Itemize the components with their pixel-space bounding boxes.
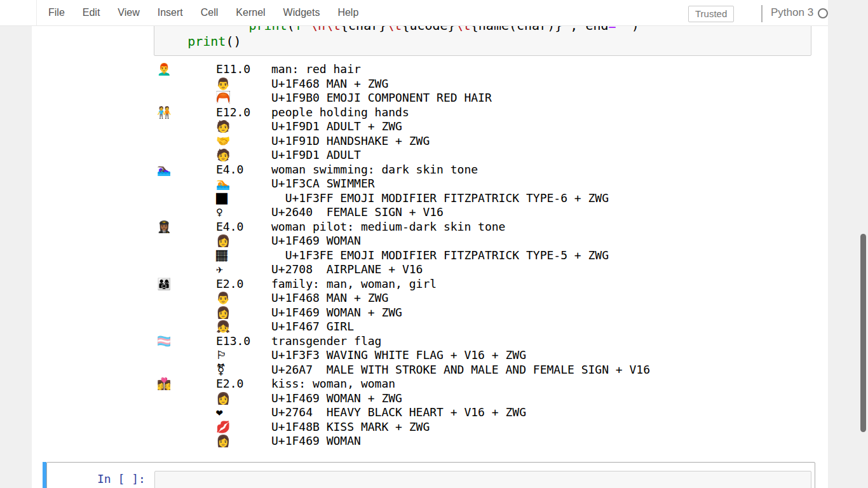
output-line: 👩U+1F469 WOMAN + ZWG — [157, 391, 792, 406]
output-col2: E4.0 — [216, 163, 243, 177]
output-emoji: 👩‍❤️‍💋‍👩 — [157, 377, 171, 391]
output-line: 👨U+1F468 MAN + ZWG — [157, 291, 792, 306]
output-line: 👨‍🦰E11.0man: red hair — [157, 62, 792, 77]
output-line: 🧑U+1F9D1 ADULT + ZWG — [157, 119, 792, 134]
output-text: U+1F467 GIRL — [271, 320, 354, 334]
output-col2: ⚧ — [216, 363, 226, 377]
kernel-idle-icon — [818, 8, 828, 18]
output-emoji: 👨‍👩‍👧 — [157, 277, 171, 292]
output-line: 🏳U+1F3F3 WAVING WHITE FLAG + V16 + ZWG — [157, 348, 792, 363]
menu-item-file[interactable]: File — [39, 0, 74, 25]
selected-cell-indicator-bar — [43, 462, 46, 488]
output-line: 👧U+1F467 GIRL — [157, 320, 792, 334]
output-text: U+1F469 WOMAN + ZWG — [271, 306, 402, 320]
output-col2: ✈ — [216, 262, 223, 277]
output-col2: 👩 — [216, 391, 230, 406]
output-text: U+1F3FE EMOJI MODIFIER FITZPATRICK TYPE-… — [271, 248, 609, 263]
output-emoji: 👩🏾‍✈️ — [157, 220, 171, 234]
output-line: 👨U+1F468 MAN + ZWG — [157, 77, 792, 92]
menu-item-view[interactable]: View — [109, 0, 148, 25]
menubar-left-border — [36, 0, 37, 25]
output-line: 🏾 U+1F3FE EMOJI MODIFIER FITZPATRICK TYP… — [157, 248, 792, 263]
output-line: 👩U+1F469 WOMAN — [157, 434, 792, 449]
output-line: 🏳️‍⚧️E13.0transgender flag — [157, 334, 792, 349]
output-col2: 🧑 — [216, 148, 230, 163]
output-col2: 🏊 — [216, 177, 230, 191]
output-line: 🧑‍🤝‍🧑E12.0people holding hands — [157, 105, 792, 120]
menu-item-edit[interactable]: Edit — [74, 0, 109, 25]
output-col2: 🏳 — [216, 348, 227, 363]
output-line: 👩U+1F469 WOMAN + ZWG — [157, 306, 792, 320]
output-text: U+1F9B0 EMOJI COMPONENT RED HAIR — [271, 91, 492, 105]
output-col2: E12.0 — [216, 105, 250, 120]
output-col2: E2.0 — [216, 277, 243, 292]
output-emoji: 👨‍🦰 — [157, 62, 171, 77]
output-col2: 👨 — [216, 77, 230, 92]
output-emoji: 🧑‍🤝‍🧑 — [157, 105, 171, 120]
output-col2: 💋 — [216, 420, 230, 435]
output-text: family: man, woman, girl — [271, 277, 437, 292]
menu-item-kernel[interactable]: Kernel — [227, 0, 274, 25]
output-col2: 🏿 — [216, 191, 227, 206]
output-text: U+2764 HEAVY BLACK HEART + V16 + ZWG — [271, 405, 526, 420]
output-text: woman pilot: medium-dark skin tone — [271, 220, 505, 234]
menu-item-cell[interactable]: Cell — [192, 0, 227, 25]
output-text: U+1F9D1 ADULT — [271, 148, 361, 163]
output-col2: 👩 — [216, 434, 230, 449]
output-col2: E13.0 — [216, 334, 250, 349]
output-line: ✈U+2708 AIRPLANE + V16 — [157, 262, 792, 277]
output-col2: 🏾 — [216, 248, 227, 263]
output-line: 🏿 U+1F3FF EMOJI MODIFIER FITZPATRICK TYP… — [157, 191, 792, 206]
output-line: ❤U+2764 HEAVY BLACK HEART + V16 + ZWG — [157, 405, 792, 420]
output-col2: 🧑 — [216, 119, 230, 134]
output-line: 👩‍❤️‍💋‍👩E2.0kiss: woman, woman — [157, 377, 792, 391]
output-text: woman swimming: dark skin tone — [271, 163, 478, 177]
output-text: U+26A7 MALE WITH STROKE AND MALE AND FEM… — [271, 363, 650, 377]
output-text: U+1F469 WOMAN + ZWG — [271, 391, 402, 406]
output-line: 🏊U+1F3CA SWIMMER — [157, 177, 792, 191]
output-line: 🧑U+1F9D1 ADULT — [157, 148, 792, 163]
output-text: U+1F469 WOMAN — [271, 434, 361, 449]
output-text: U+1F468 MAN + ZWG — [271, 291, 388, 306]
output-text: U+1F9D1 ADULT + ZWG — [271, 119, 402, 134]
menubar: FileEditViewInsertCellKernelWidgetsHelp … — [0, 0, 828, 26]
output-col2: 🦰 — [216, 91, 230, 105]
output-text: transgender flag — [271, 334, 381, 349]
output-text: kiss: woman, woman — [271, 377, 395, 391]
kernel-separator — [761, 5, 763, 22]
output-col2: 🤝 — [216, 134, 230, 149]
output-col2: E11.0 — [216, 62, 250, 77]
output-text: U+2640 FEMALE SIGN + V16 — [271, 205, 444, 220]
output-text: U+1F469 WOMAN — [271, 234, 361, 248]
output-text: man: red hair — [271, 62, 361, 77]
kernel-name-label: Python 3 — [771, 6, 813, 19]
output-area: 👨‍🦰E11.0man: red hair👨U+1F468 MAN + ZWG🦰… — [157, 62, 792, 449]
output-text: U+1F48B KISS MARK + ZWG — [271, 420, 430, 435]
input-prompt: In [ ]: — [97, 472, 146, 485]
output-emoji: 🏳️‍⚧️ — [157, 334, 171, 349]
menu-item-insert[interactable]: Insert — [149, 0, 192, 25]
output-text: U+1F3CA SWIMMER — [271, 177, 375, 191]
output-col2: ❤ — [216, 405, 223, 420]
output-line: 🏊🏿‍♀️E4.0woman swimming: dark skin tone — [157, 163, 792, 177]
output-line: 👨‍👩‍👧E2.0family: man, woman, girl — [157, 277, 792, 292]
output-emoji: 🏊🏿‍♀️ — [157, 163, 171, 177]
output-col2: 👨 — [216, 291, 230, 306]
output-text: U+2708 AIRPLANE + V16 — [271, 262, 423, 277]
output-line: 🤝U+1F91D HANDSHAKE + ZWG — [157, 134, 792, 149]
output-col2: 👩 — [216, 234, 230, 248]
output-line: 👩U+1F469 WOMAN — [157, 234, 792, 248]
output-text: U+1F91D HANDSHAKE + ZWG — [271, 134, 430, 149]
output-col2: E4.0 — [216, 220, 243, 234]
menu-item-help[interactable]: Help — [329, 0, 367, 25]
menu-item-widgets[interactable]: Widgets — [275, 0, 329, 25]
output-text: people holding hands — [271, 105, 409, 120]
output-col2: 👩 — [216, 306, 230, 320]
output-line: 💋U+1F48B KISS MARK + ZWG — [157, 420, 792, 435]
menu: FileEditViewInsertCellKernelWidgetsHelp — [39, 0, 367, 25]
scrollbar-thumb[interactable] — [860, 234, 866, 432]
output-col2: E2.0 — [216, 377, 243, 391]
empty-cell-input-area[interactable] — [154, 471, 811, 488]
output-line: ⚧U+26A7 MALE WITH STROKE AND MALE AND FE… — [157, 363, 792, 377]
output-line: 🦰U+1F9B0 EMOJI COMPONENT RED HAIR — [157, 91, 792, 105]
